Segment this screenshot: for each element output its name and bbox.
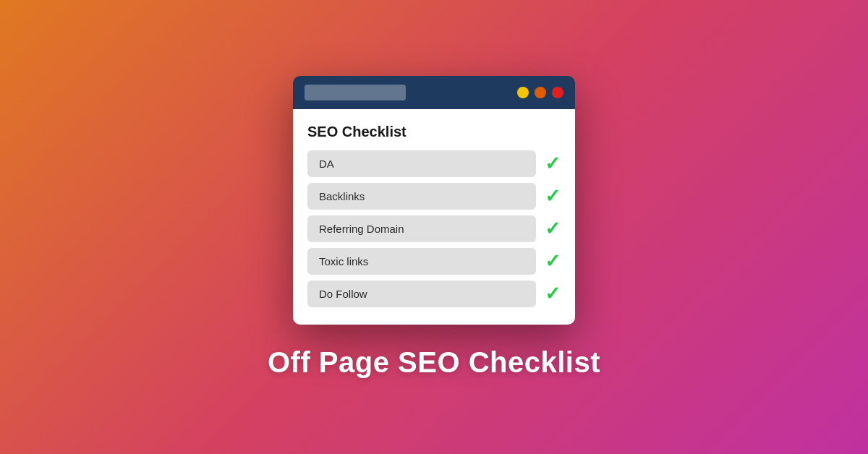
maximize-dot-icon [535, 87, 546, 98]
browser-body: SEO Checklist DA ✓ Backlinks ✓ Referring… [293, 109, 575, 325]
browser-titlebar [293, 76, 575, 109]
checklist-items: DA ✓ Backlinks ✓ Referring Domain ✓ Toxi… [307, 150, 561, 307]
checklist-label-referring-domain: Referring Domain [307, 215, 536, 242]
browser-controls [517, 87, 563, 98]
checkmark-toxic-links: ✓ [545, 252, 561, 270]
checklist-label-backlinks: Backlinks [307, 183, 536, 210]
checklist-label-toxic-links: Toxic links [307, 248, 536, 275]
checklist-item-referring-domain: Referring Domain ✓ [307, 215, 561, 242]
checklist-label-da: DA [307, 150, 536, 177]
checkmark-backlinks: ✓ [545, 187, 561, 205]
page-background: SEO Checklist DA ✓ Backlinks ✓ Referring… [0, 0, 868, 454]
checkmark-referring-domain: ✓ [545, 219, 561, 238]
checklist-title: SEO Checklist [307, 124, 561, 140]
close-dot-icon [552, 87, 563, 98]
page-title: Off Page SEO Checklist [268, 346, 600, 379]
checklist-label-do-follow: Do Follow [307, 280, 536, 307]
browser-addressbar [305, 85, 406, 100]
checkmark-do-follow: ✓ [545, 284, 561, 303]
checklist-item-do-follow: Do Follow ✓ [307, 280, 561, 307]
browser-window: SEO Checklist DA ✓ Backlinks ✓ Referring… [293, 76, 575, 325]
checklist-item-toxic-links: Toxic links ✓ [307, 248, 561, 275]
content-wrapper: SEO Checklist DA ✓ Backlinks ✓ Referring… [268, 76, 600, 379]
checkmark-da: ✓ [545, 154, 561, 173]
checklist-item-backlinks: Backlinks ✓ [307, 183, 561, 210]
minimize-dot-icon [517, 87, 529, 98]
checklist-item-da: DA ✓ [307, 150, 561, 177]
